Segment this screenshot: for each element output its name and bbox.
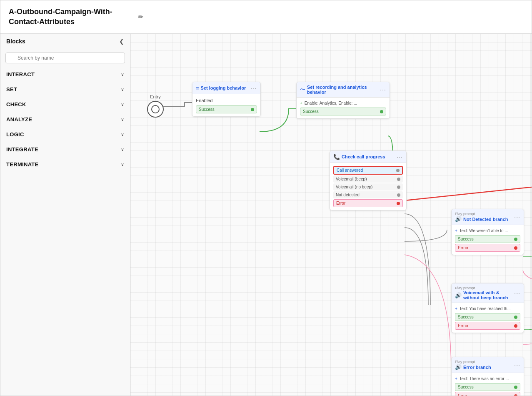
sidebar-section-terminate-header[interactable]: TERMINATE ∨ xyxy=(0,157,130,172)
play-voicemail-title: Voicemail with & without beep branch xyxy=(463,290,514,300)
sidebar-section-integrate-header[interactable]: INTEGRATE ∨ xyxy=(0,142,130,157)
play-voicemail-body-text: + Text: You have reached th... xyxy=(455,305,520,312)
sidebar-section-integrate: INTEGRATE ∨ xyxy=(0,142,130,157)
voicemail-beep-slot: Voicemail (beep) xyxy=(333,175,403,183)
connector-not-detected xyxy=(397,193,400,197)
set-logging-block[interactable]: ≡ Set logging behavior ··· Enabled Succe… xyxy=(192,82,261,117)
play-not-detected-error: Errror xyxy=(455,244,520,252)
play-not-detected-success: Success xyxy=(455,235,520,243)
play-not-detected-body: + Text: We weren't able to ... Success E… xyxy=(452,225,524,255)
set-logging-title-row: ≡ Set logging behavior xyxy=(196,85,246,91)
play-error-block[interactable]: Play prompt 🔊 Error branch ··· + Text: T… xyxy=(451,357,524,396)
sidebar-collapse-icon[interactable]: ❮ xyxy=(119,38,124,45)
set-logging-body: Enabled Success xyxy=(192,94,260,116)
chevron-down-icon-logic: ∨ xyxy=(121,132,124,137)
play-error-body: + Text: There was an error ... Success E… xyxy=(452,373,524,396)
sidebar: Blocks ❮ 🔍 INTERACT ∨ SET ∨ xyxy=(0,34,130,396)
not-detected-slot: Not detected xyxy=(333,191,403,198)
sidebar-item-label-analyze: ANALYZE xyxy=(6,116,32,123)
play-not-detected-title-row: 🔊 Not Detected branch xyxy=(455,216,508,222)
play-not-detected-title-area: Play prompt 🔊 Not Detected branch xyxy=(455,212,508,222)
header: A-Outbound-Campaign-With-Contact-Attribu… xyxy=(0,0,532,34)
set-recording-success: Success xyxy=(300,108,386,115)
connector-error-error xyxy=(514,394,517,396)
set-logging-success: Success xyxy=(196,105,257,113)
sidebar-item-label-interact: INTERACT xyxy=(6,71,35,78)
play-not-detected-title: Not Detected branch xyxy=(463,217,508,222)
check-call-menu[interactable]: ··· xyxy=(397,153,403,160)
connector-not-detected-success xyxy=(514,238,517,241)
set-logging-menu[interactable]: ··· xyxy=(251,85,257,91)
sidebar-section-terminate: TERMINATE ∨ xyxy=(0,157,130,172)
entry-circle xyxy=(147,101,164,118)
chevron-down-icon-terminate: ∨ xyxy=(121,162,124,167)
connector-error-success xyxy=(514,386,517,389)
sidebar-item-label-logic: LOGIC xyxy=(6,131,24,138)
play-error-menu[interactable]: ··· xyxy=(514,362,520,368)
check-call-header: 📞 Check call progress ··· xyxy=(330,151,406,163)
play-error-header: Play prompt 🔊 Error branch ··· xyxy=(452,357,524,373)
speaker-icon-3: 🔊 xyxy=(455,364,462,370)
play-error-title-row: 🔊 Error branch xyxy=(455,364,491,370)
app-container: A-Outbound-Campaign-With-Contact-Attribu… xyxy=(0,0,532,396)
sidebar-section-interact-header[interactable]: INTERACT ∨ xyxy=(0,67,130,82)
speaker-icon-2: 🔊 xyxy=(455,292,462,298)
check-call-error-slot: Error xyxy=(333,199,403,207)
play-voicemail-body: + Text: You have reached th... Success E… xyxy=(452,303,524,333)
search-input[interactable] xyxy=(5,53,125,63)
chevron-down-icon-check: ∨ xyxy=(121,102,124,107)
play-error-category: Play prompt xyxy=(455,360,491,364)
sidebar-header: Blocks ❮ xyxy=(0,34,130,49)
sidebar-section-analyze-header[interactable]: ANALYZE ∨ xyxy=(0,112,130,127)
entry-label: Entry xyxy=(147,94,164,99)
play-voicemail-header: Play prompt 🔊 Voicemail with & without b… xyxy=(452,283,524,303)
play-error-body-text: + Text: There was an error ... xyxy=(455,375,520,382)
check-icon: 📞 xyxy=(333,154,340,160)
connector-error-check xyxy=(397,202,400,205)
play-voicemail-title-area: Play prompt 🔊 Voicemail with & without b… xyxy=(455,286,514,300)
check-call-body: Call answered Voicemail (beep) Voicemail… xyxy=(330,163,406,210)
search-wrapper: 🔍 xyxy=(5,53,125,63)
play-error-success: Success xyxy=(455,383,520,391)
sidebar-section-interact: INTERACT ∨ xyxy=(0,67,130,82)
chevron-down-icon-integrate: ∨ xyxy=(121,147,124,152)
sidebar-section-check-header[interactable]: CHECK ∨ xyxy=(0,97,130,112)
entry-node: Entry xyxy=(147,94,164,118)
play-voicemail-error: Errror xyxy=(455,322,520,330)
sidebar-section-set: SET ∨ xyxy=(0,82,130,97)
set-logging-body-text: Enabled xyxy=(196,96,257,105)
sidebar-item-label-set: SET xyxy=(6,86,17,93)
set-recording-block[interactable]: 〜 Set recording and analytics behavior ·… xyxy=(296,82,390,119)
set-recording-title: Set recording and analytics behavior xyxy=(307,85,380,95)
recording-icon: 〜 xyxy=(300,86,305,93)
sidebar-section-logic-header[interactable]: LOGIC ∨ xyxy=(0,127,130,142)
play-not-detected-block[interactable]: Play prompt 🔊 Not Detected branch ··· + … xyxy=(451,209,524,255)
play-voicemail-menu[interactable]: ··· xyxy=(514,290,520,296)
play-error-error: Error xyxy=(455,392,520,396)
connector-voicemail-error xyxy=(514,324,517,328)
sidebar-title: Blocks xyxy=(6,38,25,45)
play-voicemail-block[interactable]: Play prompt 🔊 Voicemail with & without b… xyxy=(451,283,524,333)
entry-inner xyxy=(151,105,160,113)
set-recording-body-text: + Enable: Analytics, Enable: ... xyxy=(300,100,386,107)
play-not-detected-menu[interactable]: ··· xyxy=(514,214,520,221)
connector-voicemail-no-beep xyxy=(397,185,400,189)
canvas[interactable]: Entry ≡ Set logging behavior ··· Enabled xyxy=(130,34,532,396)
page-title: A-Outbound-Campaign-With-Contact-Attribu… xyxy=(9,7,134,27)
chevron-down-icon-interact: ∨ xyxy=(121,72,124,77)
check-call-title-row: 📞 Check call progress xyxy=(333,154,385,160)
check-call-block[interactable]: 📞 Check call progress ··· Call answered … xyxy=(330,150,407,211)
sidebar-item-label-check: CHECK xyxy=(6,101,26,108)
set-recording-menu[interactable]: ··· xyxy=(380,86,386,93)
sidebar-section-analyze: ANALYZE ∨ xyxy=(0,112,130,127)
chevron-down-icon-set: ∨ xyxy=(121,87,124,92)
edit-icon[interactable]: ✏ xyxy=(138,13,143,21)
set-logging-header: ≡ Set logging behavior ··· xyxy=(192,82,260,94)
connector-green-1 xyxy=(251,108,254,111)
sidebar-section-check: CHECK ∨ xyxy=(0,97,130,112)
connector-voicemail-success xyxy=(514,316,517,319)
call-answered-slot: Call answered xyxy=(333,166,403,175)
sidebar-section-set-header[interactable]: SET ∨ xyxy=(0,82,130,97)
play-not-detected-body-text: + Text: We weren't able to ... xyxy=(455,227,520,234)
set-recording-title-row: 〜 Set recording and analytics behavior xyxy=(300,85,380,95)
